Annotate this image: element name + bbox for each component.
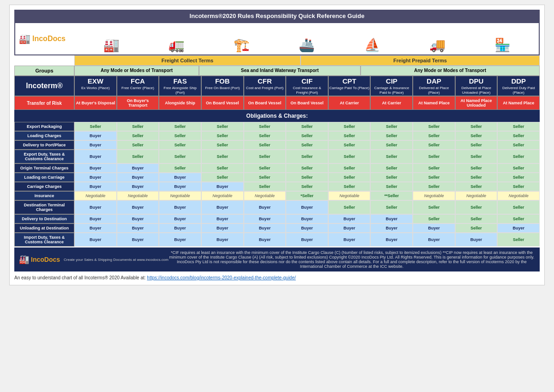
incoterm-desc: Ex Works (Place) (81, 86, 110, 90)
groups-label: Groups (14, 66, 74, 76)
data-cell: Negotiable (413, 191, 455, 200)
data-cell: *Seller (286, 191, 328, 200)
data-cell: Seller (413, 182, 455, 191)
logo-area: 🏭 IncoDocs (19, 33, 79, 44)
data-cell: Buyer (244, 233, 286, 247)
table-row: Origin Terminal ChargesBuyerBuyerSellerS… (14, 163, 540, 173)
data-cell: Seller (497, 182, 540, 191)
data-cell: Seller (159, 131, 201, 140)
risk-cell-3: On Board Vessel (201, 96, 244, 110)
data-cell: Buyer (117, 173, 159, 182)
data-cell: Buyer (74, 233, 117, 247)
data-cell: Seller (201, 131, 244, 140)
table-row: InsuranceNegotiableNegotiableNegotiableN… (14, 191, 540, 200)
incoterm-header-row: Incoterm® EXWEx Works (Place)FCAFree Car… (14, 76, 540, 96)
data-cell: Buyer (159, 182, 201, 191)
data-cell: Buyer (370, 214, 413, 223)
incoterm-abbr: CFR (258, 77, 272, 85)
data-cell: Seller (159, 140, 201, 150)
logo-docs: Docs (48, 35, 66, 42)
any-mode-1-label: Any Mode or Modes of Transport (74, 66, 199, 76)
data-cell: Buyer (244, 223, 286, 233)
risk-cell-7: At Carrier (370, 96, 413, 110)
incoterm-cell-cif: CIFCost Insurance & Freight (Port) (286, 76, 328, 96)
data-cell: Buyer (455, 233, 498, 247)
data-cell: Seller (455, 182, 498, 191)
data-cell: Seller (455, 122, 498, 131)
logo-text: IncoDocs (32, 35, 66, 43)
incoterm-desc: Free Carrier (Place) (121, 86, 154, 90)
row-label-8: Destination Terminal Charges (14, 200, 74, 214)
data-cell: Seller (286, 150, 328, 163)
data-cell: Buyer (497, 223, 540, 233)
data-cell: Negotiable (117, 191, 159, 200)
data-cell: Seller (286, 140, 328, 150)
data-cell: Seller (455, 163, 498, 173)
data-cell: Seller (117, 131, 159, 140)
data-cell: Buyer (201, 200, 244, 214)
data-cell: Negotiable (328, 191, 371, 200)
data-cell: Seller (159, 163, 201, 173)
data-cell: Seller (370, 122, 413, 131)
logo-inco: Inco (32, 35, 48, 42)
data-cell: Seller (117, 150, 159, 163)
data-cell: Buyer (201, 214, 244, 223)
data-cell: Seller (117, 140, 159, 150)
data-cell: Seller (117, 122, 159, 131)
incoterms-guide-link[interactable]: https://incodocs.com/blog/incoterms-2020… (147, 275, 295, 280)
data-cell: Seller (328, 163, 371, 173)
data-cell: Buyer (286, 200, 328, 214)
incoterm-cell-cip: CIPCarriage & Insurance Paid to (Place) (370, 76, 413, 96)
data-cell: Seller (328, 182, 371, 191)
data-cell: Seller (286, 173, 328, 182)
footer-logo-icon: 🏭 (19, 254, 29, 265)
data-cell: Buyer (201, 182, 244, 191)
data-cell: Buyer (159, 214, 201, 223)
data-cell: Seller (413, 150, 455, 163)
data-cell: Buyer (201, 223, 244, 233)
data-cell: Seller (370, 182, 413, 191)
data-cell: Seller (286, 131, 328, 140)
obligations-header: Obligations & Charges: (14, 110, 540, 122)
table-row: Loading ChargesBuyerSellerSellerSellerSe… (14, 131, 540, 140)
incoterm-desc: Delivered at Place (Place) (414, 86, 454, 95)
incoterm-cell-fob: FOBFree On Board (Port) (201, 76, 244, 96)
data-cell: Seller (497, 150, 540, 163)
data-cell: Buyer (117, 200, 159, 214)
incoterm-abbr: FAS (174, 77, 187, 85)
footer-docs: Docs (44, 256, 60, 263)
data-cell: Seller (244, 173, 286, 182)
data-cell: Seller (455, 223, 498, 233)
data-cell: Seller (328, 140, 371, 150)
data-cell: Buyer (286, 233, 328, 247)
data-cell: Buyer (413, 233, 455, 247)
incoterm-cell-dpu: DPUDelivered at Place Unloaded (Place) (455, 76, 498, 96)
data-cell: Buyer (74, 140, 117, 150)
data-cell: Seller (201, 163, 244, 173)
data-cell: Seller (497, 131, 540, 140)
data-cell: Seller (286, 182, 328, 191)
table-row: Destination Terminal ChargesBuyerBuyerBu… (14, 200, 540, 214)
incoterm-cell-cfr: CFRCost and Freight (Port) (244, 76, 286, 96)
risk-cell-0: At Buyer's Disposal (74, 96, 117, 110)
table-row: Export Duty, Taxes & Customs ClearanceBu… (14, 150, 540, 163)
footer-logo: 🏭 IncoDocs Create your Sales & Shipping … (19, 254, 169, 265)
risk-cell-9: At Named Place Unloaded (455, 96, 498, 110)
sea-inland-label: Sea and Inland Waterway Transport (199, 66, 361, 76)
incoterm-label: Incoterm® (26, 82, 62, 90)
data-cell: Buyer (159, 233, 201, 247)
incoterm-abbr: DAP (427, 77, 441, 85)
data-cell: Seller (413, 131, 455, 140)
incoterm-abbr: EXW (88, 77, 103, 85)
data-cell: Seller (497, 163, 540, 173)
footer-row: 🏭 IncoDocs Create your Sales & Shipping … (14, 247, 540, 271)
data-cell: Buyer (74, 131, 117, 140)
row-label-3: Export Duty, Taxes & Customs Clearance (14, 150, 74, 163)
data-cell: Negotiable (201, 191, 244, 200)
data-cell: Seller (244, 163, 286, 173)
incoterm-cell-exw: EXWEx Works (Place) (74, 76, 117, 96)
data-cell: Seller (328, 200, 371, 214)
data-cell: Buyer (244, 214, 286, 223)
data-cell: Buyer (74, 173, 117, 182)
footer-tagline: Create your Sales & Shipping Documents a… (64, 258, 169, 262)
